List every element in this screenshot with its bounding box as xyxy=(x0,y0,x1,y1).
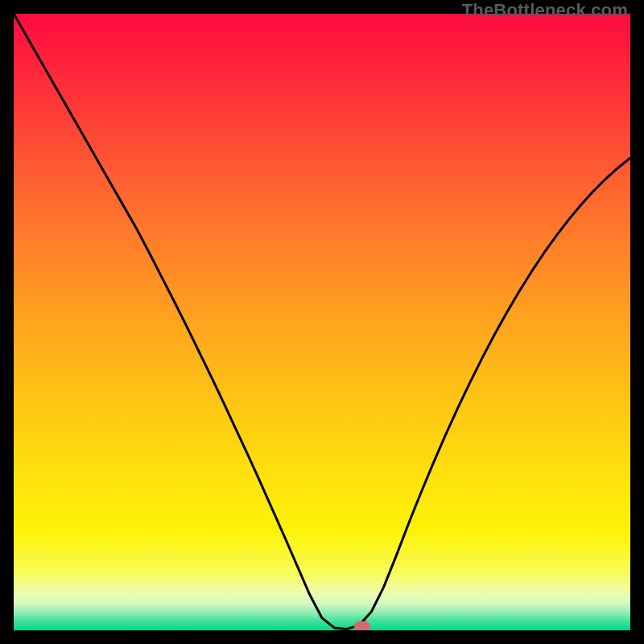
optimum-marker xyxy=(354,621,370,630)
plot-area xyxy=(14,14,630,630)
chart-frame: TheBottleneck.com xyxy=(0,0,644,644)
bottleneck-curve-chart xyxy=(14,14,630,630)
watermark-text: TheBottleneck.com xyxy=(462,0,628,21)
gradient-background xyxy=(14,14,630,630)
